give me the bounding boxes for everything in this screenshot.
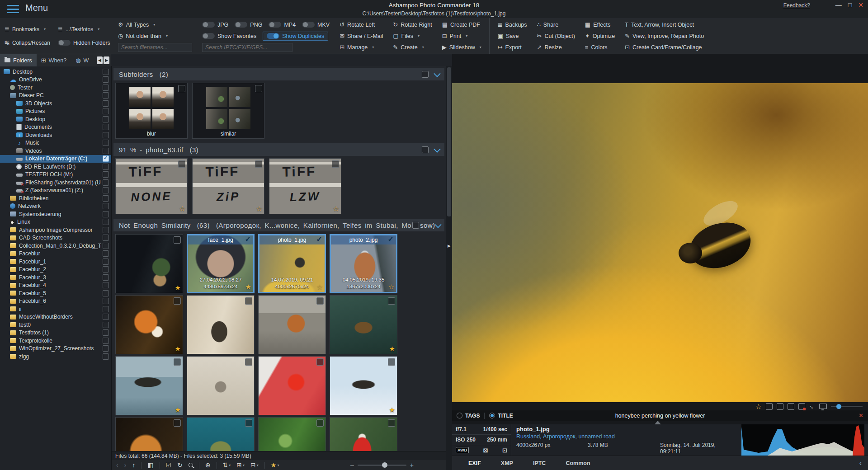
toggle-jpg[interactable]: JPG — [202, 22, 228, 28]
tree-item-pictures[interactable]: Pictures — [0, 108, 111, 116]
tree-item-checkbox[interactable] — [103, 322, 109, 328]
sidebar-tab-where[interactable]: ◍W — [71, 54, 93, 66]
flag-3-icon[interactable] — [788, 403, 794, 410]
thumbnail-parrot[interactable] — [330, 417, 397, 451]
tile-checkbox[interactable] — [174, 297, 181, 305]
tree-item-checkbox[interactable] — [103, 69, 109, 75]
toolbar-button-optimize[interactable]: ✦Optimize — [585, 31, 615, 42]
tree-item-checkbox[interactable] — [103, 219, 109, 225]
tree-item-tester[interactable]: Tester — [0, 84, 111, 92]
thumbnail-foliage[interactable] — [258, 417, 326, 451]
thumbnail-duck[interactable]: ★ — [330, 295, 397, 354]
tree-item-desktop[interactable]: Desktop — [0, 115, 111, 123]
metadata-tab-xmp[interactable]: XMP — [501, 460, 513, 466]
chevron-down-icon[interactable]: ▾ — [98, 27, 99, 31]
toolbar-button-rotate-left[interactable]: ↺Rotate Left — [340, 19, 383, 30]
toolbar-button-print[interactable]: ⊟Print▾ — [442, 31, 481, 42]
thumbnail-foxroof[interactable] — [258, 295, 326, 354]
zoom-slider[interactable] — [358, 465, 406, 466]
tree-item-lokaler-datentr-ger-c[interactable]: Lokaler Datenträger (C:) — [0, 155, 111, 163]
chevron-down-icon[interactable]: ▾ — [153, 23, 155, 27]
tree-item-checkbox[interactable] — [103, 211, 109, 217]
thumbnail-insect[interactable]: ★ — [115, 295, 183, 354]
toolbar-button-backups[interactable]: ≣Backups — [498, 19, 527, 30]
tree-item-checkbox[interactable] — [103, 338, 109, 344]
toolbar-button-text-arrow-insert-object[interactable]: TText, Arrow, Insert Object — [625, 19, 704, 30]
tree-item-testfotos-1[interactable]: Testfotos (1) — [0, 329, 111, 337]
tree-item-checkbox[interactable] — [103, 203, 109, 209]
tree-item-onedrive[interactable]: ☁OneDrive — [0, 76, 111, 84]
browser-tool-new-folder[interactable]: ⊕ — [205, 461, 211, 469]
preview-photo[interactable] — [452, 83, 868, 402]
hidden-folders-toggle[interactable] — [58, 40, 71, 46]
nav-prev-button[interactable]: ◀ — [97, 56, 103, 64]
toolbar-button-files[interactable]: ▢Files▾ — [393, 31, 432, 42]
tree-item-faceblur-2[interactable]: Faceblur_2 — [0, 266, 111, 274]
tree-item-documents[interactable]: Documents — [0, 123, 111, 132]
tree-item-checkbox[interactable] — [103, 314, 109, 320]
duplicate-tile-none[interactable]: TiFFNONE☆ — [115, 158, 188, 214]
browser-tool-grid-view[interactable]: ⊞▾ — [236, 461, 245, 469]
tree-item-dieser-pc[interactable]: Dieser PC — [0, 92, 111, 100]
tree-item-checkbox[interactable] — [103, 290, 109, 296]
metadata-tab-common[interactable]: Common — [566, 460, 590, 466]
tile-checkbox[interactable] — [388, 358, 395, 366]
tile-checkbox[interactable] — [245, 297, 252, 305]
tree-item-winoptimizer-27-screenshots[interactable]: WinOptimizer_27_Screenshots — [0, 345, 111, 353]
tree-item-textprotokolle[interactable]: Textprotokolle — [0, 337, 111, 345]
browser-tool-nav-forward[interactable]: › — [124, 461, 127, 469]
tree-item-checkbox[interactable] — [103, 164, 109, 170]
tree-item-desktop[interactable]: Desktop — [0, 68, 111, 76]
tile-checkbox[interactable] — [245, 358, 252, 366]
sidebar-button-hidden-folders[interactable]: Hidden Folders — [58, 37, 114, 49]
thumbnail-plant[interactable]: ★ — [115, 234, 183, 293]
flag-red-icon[interactable] — [798, 403, 805, 410]
tree-item-checkbox[interactable] — [103, 140, 109, 146]
favorite-star-icon[interactable]: ★ — [389, 406, 395, 414]
toolbar-button-rotate-right[interactable]: ↻Rotate Right — [393, 19, 432, 30]
tree-item-systemsteuerung[interactable]: Systemsteuerung — [0, 210, 111, 218]
sidebar-button-bookmarks[interactable]: ≣Bookmarks▾ — [5, 24, 57, 35]
tree-item-checkbox[interactable] — [103, 345, 109, 352]
search-input-search-filenames[interactable] — [118, 43, 192, 52]
toolbar-button-share[interactable]: ∴Share — [537, 19, 575, 30]
feedback-link[interactable]: Feedback? — [783, 2, 810, 9]
tree-item-checkbox[interactable] — [103, 298, 109, 304]
tree-item-netzwerk[interactable]: Netzwerk — [0, 202, 111, 211]
thumbnail-eaglewater[interactable]: ★ — [115, 356, 183, 415]
browser-tool-nav-up[interactable]: ↑ — [132, 461, 135, 469]
favorite-star-icon[interactable]: ★ — [175, 284, 181, 292]
chevron-down-icon[interactable] — [434, 221, 442, 228]
tree-item-checkbox[interactable] — [103, 100, 109, 107]
tree-item-checkbox[interactable] — [103, 171, 109, 178]
tree-item-mousewithoutborders[interactable]: MouseWithoutBorders — [0, 313, 111, 321]
chevron-down-icon[interactable]: ▾ — [418, 34, 420, 38]
tree-item-checkbox[interactable] — [103, 132, 109, 138]
thumbnail-ladybug[interactable] — [258, 356, 326, 415]
tree-item-checkbox[interactable] — [103, 258, 109, 265]
toolbar-button-cut-object[interactable]: ✂Cut (Object) — [537, 31, 575, 42]
tree-item-ii[interactable]: ii — [0, 305, 111, 313]
tile-checkbox[interactable] — [174, 236, 181, 244]
splitter-handle-icon[interactable]: ▶ — [446, 242, 452, 249]
close-button[interactable]: ✕ — [858, 1, 863, 9]
flag-2-icon[interactable] — [777, 403, 783, 410]
chevron-down-icon[interactable] — [434, 70, 441, 77]
tile-checkbox[interactable] — [255, 160, 262, 168]
maximize-button[interactable]: □ — [848, 1, 852, 9]
toolbar-button-create[interactable]: ✎Create▾ — [393, 42, 432, 53]
tile-checkbox[interactable] — [316, 297, 324, 305]
tree-item-zigg[interactable]: zigg — [0, 352, 111, 361]
toolbar-button-not-older-than[interactable]: ◷Not older than▾ — [118, 31, 192, 42]
tree-item-checkbox[interactable] — [103, 243, 109, 249]
tree-item-checkbox[interactable] — [103, 282, 109, 288]
tree-item-test0[interactable]: test0 — [0, 321, 111, 329]
mp4-switch[interactable] — [269, 22, 281, 28]
chevron-down-icon[interactable]: ▾ — [257, 463, 259, 467]
jpg-switch[interactable] — [202, 22, 215, 28]
fullscreen-icon[interactable]: ↔ — [808, 402, 817, 411]
browser-tool-panel-toggle[interactable]: ◧ — [147, 461, 153, 469]
tree-item-testerloch-m[interactable]: TESTERLOCH (M:) — [0, 171, 111, 179]
preview-zoom-slider[interactable] — [831, 406, 863, 407]
thumbnail-kitten[interactable] — [187, 295, 255, 354]
